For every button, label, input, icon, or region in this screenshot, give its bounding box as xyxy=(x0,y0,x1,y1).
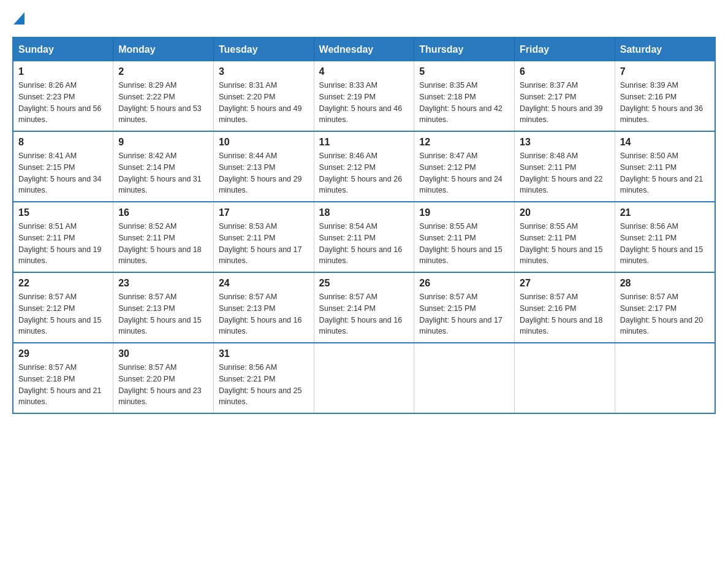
header-tuesday: Tuesday xyxy=(213,37,314,61)
day-info: Sunrise: 8:57 AMSunset: 2:18 PMDaylight:… xyxy=(18,362,108,408)
calendar-cell: 26 Sunrise: 8:57 AMSunset: 2:15 PMDaylig… xyxy=(414,272,515,343)
calendar-cell: 11 Sunrise: 8:46 AMSunset: 2:12 PMDaylig… xyxy=(314,131,414,202)
calendar-week-row: 8 Sunrise: 8:41 AMSunset: 2:15 PMDayligh… xyxy=(13,131,715,202)
header-thursday: Thursday xyxy=(414,37,515,61)
day-info: Sunrise: 8:37 AMSunset: 2:17 PMDaylight:… xyxy=(520,80,610,126)
day-number: 15 xyxy=(18,207,108,218)
calendar-week-row: 22 Sunrise: 8:57 AMSunset: 2:12 PMDaylig… xyxy=(13,272,715,343)
day-number: 16 xyxy=(118,207,208,218)
day-info: Sunrise: 8:39 AMSunset: 2:16 PMDaylight:… xyxy=(620,80,710,126)
day-info: Sunrise: 8:57 AMSunset: 2:20 PMDaylight:… xyxy=(118,362,208,408)
calendar-cell: 16 Sunrise: 8:52 AMSunset: 2:11 PMDaylig… xyxy=(113,202,214,272)
calendar-cell: 6 Sunrise: 8:37 AMSunset: 2:17 PMDayligh… xyxy=(515,61,615,131)
day-number: 28 xyxy=(620,278,710,289)
svg-marker-0 xyxy=(13,12,25,25)
day-number: 3 xyxy=(219,66,309,77)
day-info: Sunrise: 8:55 AMSunset: 2:11 PMDaylight:… xyxy=(419,221,509,267)
day-info: Sunrise: 8:53 AMSunset: 2:11 PMDaylight:… xyxy=(219,221,309,267)
calendar-week-row: 29 Sunrise: 8:57 AMSunset: 2:18 PMDaylig… xyxy=(13,343,715,413)
calendar-cell: 15 Sunrise: 8:51 AMSunset: 2:11 PMDaylig… xyxy=(13,202,113,272)
calendar-cell: 30 Sunrise: 8:57 AMSunset: 2:20 PMDaylig… xyxy=(113,343,214,413)
day-info: Sunrise: 8:42 AMSunset: 2:14 PMDaylight:… xyxy=(118,150,208,196)
day-number: 7 xyxy=(620,66,710,77)
day-number: 23 xyxy=(118,278,208,289)
calendar-cell: 31 Sunrise: 8:56 AMSunset: 2:21 PMDaylig… xyxy=(213,343,314,413)
day-info: Sunrise: 8:51 AMSunset: 2:11 PMDaylight:… xyxy=(18,221,108,267)
day-number: 19 xyxy=(419,207,509,218)
calendar-cell: 29 Sunrise: 8:57 AMSunset: 2:18 PMDaylig… xyxy=(13,343,113,413)
day-info: Sunrise: 8:57 AMSunset: 2:14 PMDaylight:… xyxy=(319,291,409,337)
day-info: Sunrise: 8:26 AMSunset: 2:23 PMDaylight:… xyxy=(18,80,108,126)
day-number: 10 xyxy=(219,137,309,148)
calendar-cell: 4 Sunrise: 8:33 AMSunset: 2:19 PMDayligh… xyxy=(314,61,414,131)
calendar-cell xyxy=(314,343,414,413)
calendar-week-row: 15 Sunrise: 8:51 AMSunset: 2:11 PMDaylig… xyxy=(13,202,715,272)
day-info: Sunrise: 8:48 AMSunset: 2:11 PMDaylight:… xyxy=(520,150,610,196)
day-info: Sunrise: 8:46 AMSunset: 2:12 PMDaylight:… xyxy=(319,150,409,196)
day-number: 24 xyxy=(219,278,309,289)
calendar-cell: 14 Sunrise: 8:50 AMSunset: 2:11 PMDaylig… xyxy=(615,131,715,202)
day-number: 8 xyxy=(18,137,108,148)
logo-triangle-icon xyxy=(13,12,25,25)
day-number: 5 xyxy=(419,66,509,77)
calendar-cell xyxy=(515,343,615,413)
calendar-cell: 10 Sunrise: 8:44 AMSunset: 2:13 PMDaylig… xyxy=(213,131,314,202)
header-sunday: Sunday xyxy=(13,37,113,61)
day-number: 22 xyxy=(18,278,108,289)
day-number: 20 xyxy=(520,207,610,218)
day-info: Sunrise: 8:57 AMSunset: 2:12 PMDaylight:… xyxy=(18,291,108,337)
calendar-week-row: 1 Sunrise: 8:26 AMSunset: 2:23 PMDayligh… xyxy=(13,61,715,131)
day-info: Sunrise: 8:54 AMSunset: 2:11 PMDaylight:… xyxy=(319,221,409,267)
day-number: 31 xyxy=(219,348,309,359)
day-info: Sunrise: 8:57 AMSunset: 2:16 PMDaylight:… xyxy=(520,291,610,337)
day-number: 12 xyxy=(419,137,509,148)
calendar-cell: 1 Sunrise: 8:26 AMSunset: 2:23 PMDayligh… xyxy=(13,61,113,131)
calendar-cell: 9 Sunrise: 8:42 AMSunset: 2:14 PMDayligh… xyxy=(113,131,214,202)
day-number: 30 xyxy=(118,348,208,359)
calendar-cell: 2 Sunrise: 8:29 AMSunset: 2:22 PMDayligh… xyxy=(113,61,214,131)
day-number: 27 xyxy=(520,278,610,289)
day-info: Sunrise: 8:50 AMSunset: 2:11 PMDaylight:… xyxy=(620,150,710,196)
day-info: Sunrise: 8:44 AMSunset: 2:13 PMDaylight:… xyxy=(219,150,309,196)
day-info: Sunrise: 8:57 AMSunset: 2:13 PMDaylight:… xyxy=(219,291,309,337)
calendar-table: SundayMondayTuesdayWednesdayThursdayFrid… xyxy=(12,37,716,414)
day-number: 21 xyxy=(620,207,710,218)
calendar-cell: 25 Sunrise: 8:57 AMSunset: 2:14 PMDaylig… xyxy=(314,272,414,343)
header-monday: Monday xyxy=(113,37,214,61)
calendar-cell: 7 Sunrise: 8:39 AMSunset: 2:16 PMDayligh… xyxy=(615,61,715,131)
calendar-cell: 5 Sunrise: 8:35 AMSunset: 2:18 PMDayligh… xyxy=(414,61,515,131)
logo xyxy=(12,12,25,25)
calendar-cell: 23 Sunrise: 8:57 AMSunset: 2:13 PMDaylig… xyxy=(113,272,214,343)
calendar-header-row: SundayMondayTuesdayWednesdayThursdayFrid… xyxy=(13,37,715,61)
day-number: 26 xyxy=(419,278,509,289)
day-info: Sunrise: 8:29 AMSunset: 2:22 PMDaylight:… xyxy=(118,80,208,126)
day-info: Sunrise: 8:57 AMSunset: 2:13 PMDaylight:… xyxy=(118,291,208,337)
calendar-cell: 13 Sunrise: 8:48 AMSunset: 2:11 PMDaylig… xyxy=(515,131,615,202)
calendar-cell: 22 Sunrise: 8:57 AMSunset: 2:12 PMDaylig… xyxy=(13,272,113,343)
day-info: Sunrise: 8:47 AMSunset: 2:12 PMDaylight:… xyxy=(419,150,509,196)
calendar-cell: 12 Sunrise: 8:47 AMSunset: 2:12 PMDaylig… xyxy=(414,131,515,202)
day-number: 14 xyxy=(620,137,710,148)
calendar-cell xyxy=(615,343,715,413)
calendar-cell: 21 Sunrise: 8:56 AMSunset: 2:11 PMDaylig… xyxy=(615,202,715,272)
day-number: 29 xyxy=(18,348,108,359)
day-info: Sunrise: 8:31 AMSunset: 2:20 PMDaylight:… xyxy=(219,80,309,126)
header-saturday: Saturday xyxy=(615,37,715,61)
page-header xyxy=(12,12,716,25)
day-number: 9 xyxy=(118,137,208,148)
day-number: 18 xyxy=(319,207,409,218)
calendar-cell: 3 Sunrise: 8:31 AMSunset: 2:20 PMDayligh… xyxy=(213,61,314,131)
calendar-cell: 19 Sunrise: 8:55 AMSunset: 2:11 PMDaylig… xyxy=(414,202,515,272)
calendar-cell: 18 Sunrise: 8:54 AMSunset: 2:11 PMDaylig… xyxy=(314,202,414,272)
day-number: 17 xyxy=(219,207,309,218)
day-number: 6 xyxy=(520,66,610,77)
day-number: 13 xyxy=(520,137,610,148)
calendar-cell: 24 Sunrise: 8:57 AMSunset: 2:13 PMDaylig… xyxy=(213,272,314,343)
calendar-cell: 27 Sunrise: 8:57 AMSunset: 2:16 PMDaylig… xyxy=(515,272,615,343)
calendar-cell: 17 Sunrise: 8:53 AMSunset: 2:11 PMDaylig… xyxy=(213,202,314,272)
day-info: Sunrise: 8:52 AMSunset: 2:11 PMDaylight:… xyxy=(118,221,208,267)
day-number: 11 xyxy=(319,137,409,148)
calendar-cell: 28 Sunrise: 8:57 AMSunset: 2:17 PMDaylig… xyxy=(615,272,715,343)
day-number: 25 xyxy=(319,278,409,289)
day-info: Sunrise: 8:56 AMSunset: 2:21 PMDaylight:… xyxy=(219,362,309,408)
